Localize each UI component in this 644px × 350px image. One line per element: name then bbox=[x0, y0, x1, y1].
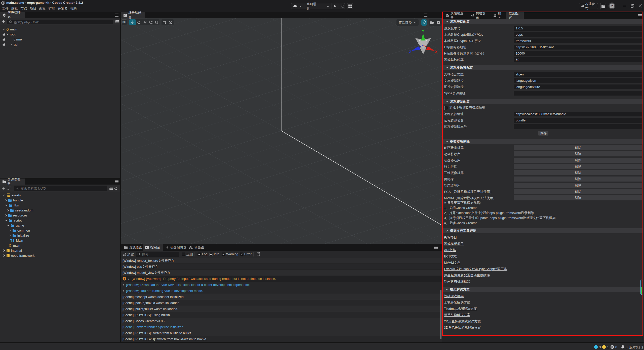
svg-text:Y: Y bbox=[422, 29, 424, 33]
svg-text:X: X bbox=[435, 50, 437, 54]
svg-text:Z: Z bbox=[409, 50, 411, 54]
